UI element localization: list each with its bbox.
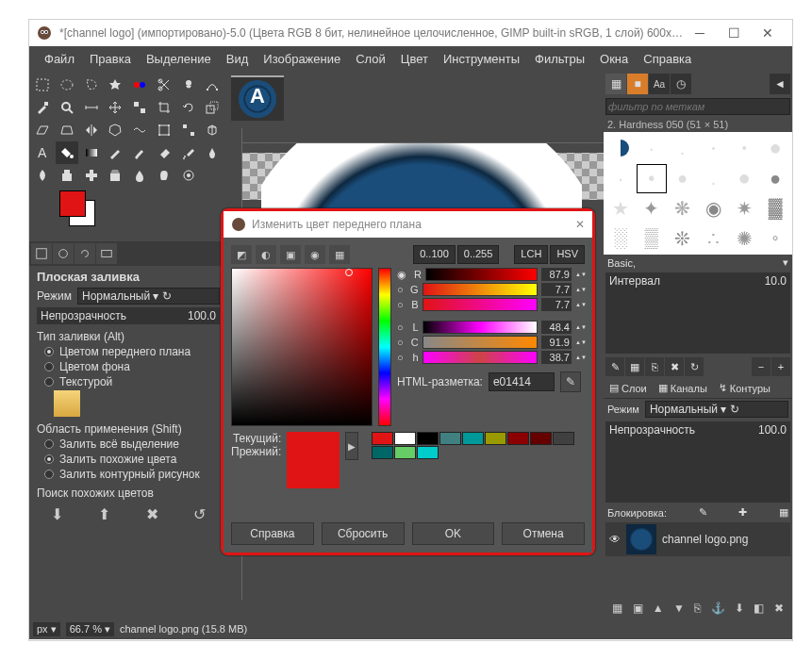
brush-preset[interactable]: ● (729, 164, 759, 193)
palette-color[interactable] (372, 446, 393, 459)
brush-preset[interactable] (605, 134, 636, 163)
area-similar-radio[interactable]: Залить похожие цвета (44, 453, 220, 466)
tool-scale[interactable] (201, 96, 224, 119)
tool-perspective[interactable] (56, 119, 78, 141)
zoom-select[interactable]: 66.7 % ▾ (66, 622, 114, 636)
brush-preset[interactable]: . (668, 134, 698, 163)
save-preset-icon[interactable]: ⬇ (51, 505, 63, 523)
menu-edit[interactable]: Правка (82, 48, 139, 70)
palette-color[interactable] (530, 432, 552, 445)
g-value[interactable]: 7.7 (541, 283, 572, 296)
brush-preset-selected[interactable]: • (637, 164, 667, 193)
layer-row[interactable]: 👁 channel logo.png (605, 522, 790, 556)
wheel-selector-icon[interactable]: ◉ (305, 245, 325, 264)
menu-help[interactable]: Справка (636, 48, 699, 70)
brush-zoom-out-icon[interactable]: − (752, 357, 771, 376)
menu-file[interactable]: Файл (37, 48, 82, 70)
lock-position-icon[interactable]: ✚ (738, 506, 747, 519)
foreground-color[interactable] (59, 190, 86, 217)
brush-preset[interactable]: ◉ (699, 194, 729, 223)
g-slider[interactable] (423, 283, 538, 296)
tool-dodge[interactable] (177, 164, 200, 187)
palette-color[interactable] (507, 432, 529, 445)
h-spinner[interactable]: ▲▼ (575, 355, 585, 360)
layer-mode-select[interactable]: Нормальный ▾ ↻ (645, 401, 788, 418)
tool-spare[interactable] (201, 164, 224, 187)
brush-preset[interactable]: ▒ (637, 223, 667, 253)
brush-preset[interactable]: • (729, 134, 759, 163)
brush-preset[interactable]: ∴ (699, 223, 729, 253)
ok-button[interactable]: OK (412, 522, 495, 545)
c-value[interactable]: 91.9 (541, 336, 572, 349)
lock-alpha-icon[interactable]: ▦ (779, 506, 788, 519)
load-preset-icon[interactable]: ⬆ (98, 505, 110, 523)
reset-preset-icon[interactable]: ↺ (193, 505, 206, 523)
tab-devices-icon[interactable] (53, 243, 74, 264)
tab-tool-options-icon[interactable] (31, 243, 52, 264)
g-radio[interactable]: ○ (397, 284, 404, 295)
tool-warp[interactable] (128, 119, 151, 141)
refresh-brush-icon[interactable]: ↻ (685, 357, 704, 376)
brush-preset[interactable]: ● (668, 164, 698, 193)
tool-handle[interactable] (177, 119, 200, 141)
b-slider[interactable] (423, 298, 538, 311)
brush-preset[interactable]: ● (760, 164, 790, 193)
palette-color[interactable] (417, 432, 439, 445)
lch-button[interactable]: LCH (514, 245, 548, 264)
close-button[interactable]: ✕ (751, 20, 785, 46)
del-brush-icon[interactable]: ✖ (665, 357, 684, 376)
g-spinner[interactable]: ▲▼ (575, 287, 585, 292)
brush-filter-input[interactable] (605, 98, 790, 115)
tool-ink[interactable] (201, 141, 224, 164)
saturation-value-area[interactable] (231, 268, 373, 426)
tool-free-select[interactable] (80, 74, 103, 96)
tool-move[interactable] (104, 96, 126, 119)
gimp-selector-icon[interactable]: ◩ (231, 245, 252, 264)
tool-measure[interactable] (80, 96, 103, 119)
brush-preset[interactable]: · (605, 164, 636, 193)
eye-icon[interactable]: 👁 (609, 533, 621, 546)
menu-select[interactable]: Выделение (139, 48, 219, 70)
dup-brush-icon[interactable]: ⎘ (645, 357, 664, 376)
channels-tab[interactable]: ▦ Каналы (655, 380, 711, 396)
area-all-radio[interactable]: Залить всё выделение (44, 437, 220, 451)
tool-unified[interactable] (153, 119, 175, 141)
fill-tex-radio[interactable]: Текстурой (44, 375, 220, 388)
h-value[interactable]: 38.7 (541, 351, 572, 364)
menu-tools[interactable]: Инструменты (436, 48, 527, 70)
brush-preset[interactable]: ▓ (760, 194, 790, 223)
menu-image[interactable]: Изображение (256, 48, 348, 70)
c-radio[interactable]: ○ (397, 337, 404, 348)
h-slider[interactable] (423, 351, 538, 364)
merge-layer-icon[interactable]: ⬇ (735, 602, 744, 615)
brush-preset[interactable]: ★ (605, 194, 636, 223)
tool-color-select[interactable] (128, 74, 151, 96)
palette-color[interactable] (394, 446, 416, 459)
ruler-horizontal[interactable] (242, 128, 604, 143)
brush-preset[interactable]: ● (760, 134, 790, 163)
tool-airbrush[interactable] (177, 141, 200, 164)
c-spinner[interactable]: ▲▼ (575, 339, 585, 345)
fonts-tab-icon[interactable]: Aa (649, 74, 670, 94)
tool-color-picker[interactable] (31, 96, 54, 119)
tab-images-icon[interactable] (96, 243, 117, 264)
palette-color[interactable] (372, 432, 393, 445)
delete-preset-icon[interactable]: ✖ (146, 505, 158, 523)
help-button[interactable]: Справка (231, 522, 314, 545)
tool-smudge[interactable] (153, 164, 175, 187)
edit-brush-icon[interactable]: ✎ (605, 357, 624, 376)
brush-preset[interactable]: ❊ (668, 223, 698, 253)
palette-color[interactable] (439, 432, 461, 445)
brush-zoom-in-icon[interactable]: + (771, 357, 790, 376)
range-255-button[interactable]: 0..255 (457, 245, 500, 264)
menu-layer[interactable]: Слой (348, 48, 393, 70)
l-value[interactable]: 48.4 (541, 321, 572, 334)
brush-preset[interactable]: ✺ (729, 223, 759, 253)
palette-selector-icon[interactable]: ▦ (329, 245, 350, 264)
tab-undo-icon[interactable] (75, 243, 95, 264)
hsv-button[interactable]: HSV (550, 245, 585, 264)
brushes-tab-icon[interactable]: ▦ (605, 74, 626, 94)
b-radio[interactable]: ○ (397, 299, 404, 310)
area-outline-radio[interactable]: Залить контурный рисунок (44, 468, 220, 481)
brush-preset[interactable]: ✦ (637, 194, 667, 223)
